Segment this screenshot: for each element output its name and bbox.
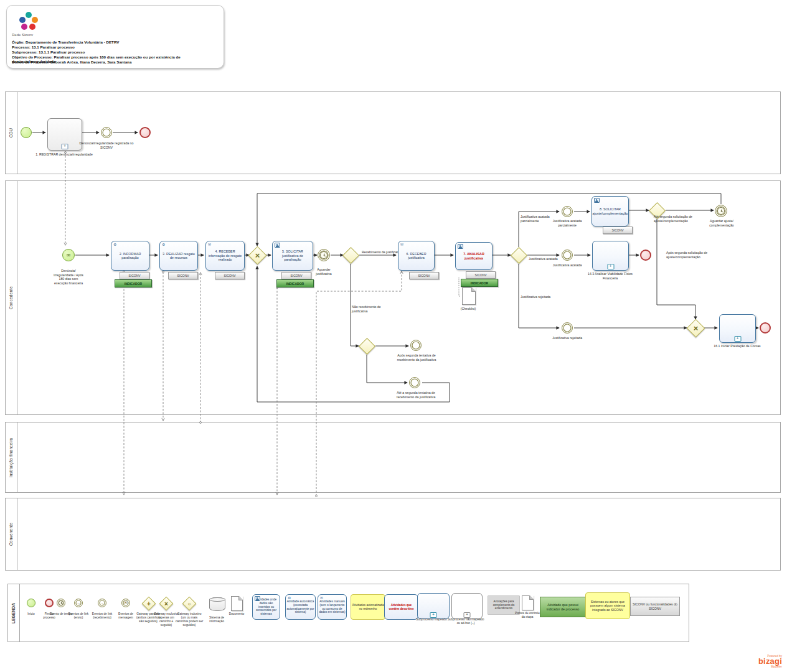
link-event-ate-tentativa[interactable] xyxy=(409,377,420,388)
legend-label: Eventos de link (recebimento) xyxy=(88,612,116,620)
gear-icon: ⚙ xyxy=(162,243,165,246)
legend-link-receive-icon: → xyxy=(98,599,106,607)
link-event-denuncia-registrada[interactable] xyxy=(101,127,112,138)
task-1-registrar-denuncia[interactable]: + xyxy=(47,118,82,151)
link-event-ate-tentativa-label: Até a segunda tentativa de recebimento d… xyxy=(388,391,444,399)
link-event-apos-tentativa-label: Após segunda tentativa de recebimento da… xyxy=(390,353,443,362)
subprocess-iniciar-prestacao[interactable]: + xyxy=(719,314,756,343)
gear-icon: ⚙ xyxy=(113,243,116,246)
pool-instituicao-financeira: Instituição financeira xyxy=(5,422,781,493)
siconv-tag: SICONV xyxy=(409,272,439,279)
header-subprocesso: Subprocesso: 13.1.1 Paralisar processo xyxy=(12,50,85,54)
x-marker-icon: × xyxy=(690,322,702,334)
legend-label: Eventos de mensagem xyxy=(113,612,138,620)
indicador-tag: INDICADOR xyxy=(115,279,152,287)
legend-user-task-box: Atividades onde dados são inseridos ou c… xyxy=(252,594,280,620)
siconv-tag: SICONV xyxy=(603,226,633,234)
envelope-icon: ✉ xyxy=(208,243,211,246)
task-8-solicitar-ajuste[interactable]: 8. SOLICITAR ajuste/complementação xyxy=(591,196,629,226)
task-4-receber-informacao-resgate[interactable]: ✉ 4. RECEBER informação de resgate reali… xyxy=(205,241,245,271)
link-event-acatada[interactable] xyxy=(562,250,573,261)
pool-label-instituicao: Instituição financeira xyxy=(6,422,17,492)
subprocess-plus-icon: + xyxy=(62,144,68,149)
legend-subprocess-unmapped-box: + xyxy=(451,593,483,619)
legend-siconv-box: SICONV ou funcionalidades do SICONV xyxy=(630,597,680,616)
brand-label: Rede Siconv xyxy=(12,33,33,37)
siconv-tag: SICONV xyxy=(466,271,496,279)
legend-label: Subprocesso mapeado xyxy=(412,618,451,622)
subprocess-plus-icon: + xyxy=(734,336,741,342)
link-event-apos-tentativa[interactable] xyxy=(410,340,422,351)
checklist-document-icon xyxy=(462,287,476,305)
end-event-viabilidade[interactable] xyxy=(640,250,651,261)
user-icon xyxy=(255,596,260,601)
legend-automated-redesign-box: Atividades automatizada no redesenho xyxy=(351,594,385,620)
timer-event-aguardar-justificativa[interactable] xyxy=(318,249,330,261)
end-event-final[interactable] xyxy=(760,322,771,334)
nao-recebimento-label: Não recebimento de justificativa xyxy=(352,305,387,313)
branch-label-parcial: Justificativa acatada parcialmente xyxy=(521,215,554,223)
legend-link-send-icon: → xyxy=(74,599,83,607)
task-5-solicitar-justificativa[interactable]: 5. SOLICITAR justificativa de paralisaçã… xyxy=(272,241,313,271)
task-1-label: 1. REGISTRAR denúncia/irregularidade xyxy=(35,152,93,157)
branch-label-rejeitada: Justificativa rejeitada xyxy=(521,295,552,299)
header-donos: Donos do Processo: Déborah Arôxa, Iliana… xyxy=(12,60,131,64)
pool-cgu: CGU xyxy=(5,91,781,174)
legend-label: Subprocesso não mapeado ou ad-hoc (~) xyxy=(446,618,486,625)
bizagi-brand-label: bizagi xyxy=(758,658,782,665)
indicador-tag: INDICADOR xyxy=(461,279,498,287)
x-marker-icon: × xyxy=(252,250,263,261)
timer-event-aguardar-ajuste[interactable] xyxy=(715,205,727,217)
task-3-realizar-resgate[interactable]: ⚙ 3. REALIZAR resgate de recursos xyxy=(159,241,198,271)
pool-label-convenente: Convenente xyxy=(6,498,17,570)
legend-timer-icon xyxy=(57,599,65,607)
envelope-icon: ✉ xyxy=(63,250,74,261)
rede-siconv-logo-icon xyxy=(19,12,38,30)
legend-database-icon xyxy=(209,597,225,611)
user-icon xyxy=(458,244,463,249)
pool-convenente: Convenente xyxy=(5,498,781,571)
link-event-rejeitada-label: Justificativa rejeitada xyxy=(551,336,583,340)
end-event-cgu[interactable] xyxy=(139,127,151,138)
legend-label: Pontos de controle da etapa xyxy=(514,612,540,619)
legend-manual-task-box: ✉ Atividades manuais (sem o lançamento o… xyxy=(318,594,347,620)
task-7-analisar-justificativa[interactable]: 7. ANALISAR justificativa xyxy=(455,242,492,270)
start-event-cgu[interactable] xyxy=(21,127,32,138)
start-event-label: Denúncia/ Irregularidade / Após 180 dias… xyxy=(52,269,85,285)
siconv-tag: SICONV xyxy=(281,272,311,279)
legend-subprocess-mapped-box: + xyxy=(417,593,450,619)
legend-label: Sistema de informação xyxy=(205,616,229,623)
legend-label: Gateway inclusivo (um ou mais caminhos p… xyxy=(175,612,204,627)
legend-indicator-box: Atividade que possui indicador de proces… xyxy=(540,597,586,617)
subprocess-plus-icon: + xyxy=(607,264,614,269)
legend-control-point-icon xyxy=(522,595,534,610)
pool-label-legenda: LEGENDA xyxy=(8,584,20,642)
powered-by-label: Powered by xyxy=(758,655,782,658)
link-event-acatada-label: Justificativa acatada xyxy=(551,263,583,268)
link-event-rejeitada[interactable] xyxy=(562,322,573,334)
task-6-receber-justificativa[interactable]: ✉ 6. RECEBER justificativa xyxy=(398,241,435,271)
header-orgao: Órgão: Departamento de Transferência Vol… xyxy=(12,40,119,44)
link-event-acatada-parcialmente[interactable] xyxy=(562,206,573,217)
link-event-label: Denúncia/irregularidade registrada no SI… xyxy=(79,141,134,149)
branch-label-acatada: Justificativa acatada xyxy=(529,257,560,261)
timer-label: Aguardar justificativa xyxy=(309,268,339,276)
subprocess-analisar-viabilidade[interactable]: + xyxy=(592,241,629,271)
legend-end-icon xyxy=(45,599,54,607)
envelope-icon: ✉ xyxy=(320,596,323,600)
user-icon xyxy=(275,243,280,248)
indicador-tag: INDICADOR xyxy=(276,279,314,287)
bizagi-logo: Powered by bizagi Modeler xyxy=(758,655,782,668)
siconv-tag: SICONV xyxy=(215,272,245,279)
gear-icon: ⚙ xyxy=(288,596,291,600)
subprocess-viabilidade-label: 14.3 Analisar Viabilidade Físico Finance… xyxy=(582,272,639,280)
user-icon xyxy=(594,198,600,203)
task-2-informar-paralisacao[interactable]: ⚙ 2. INFORMAR paralisação xyxy=(111,241,149,271)
subprocess-prestacao-label: 16.1 Iniciar Prestação de Contas xyxy=(713,344,761,348)
legend-label: Documento xyxy=(225,612,248,616)
message-start-event-concedente[interactable]: ✉ xyxy=(62,249,75,261)
envelope-icon: ✉ xyxy=(400,243,403,246)
pool-label-concedente: Concedente xyxy=(6,181,17,414)
legend-document-icon xyxy=(231,596,243,611)
siconv-tag: SICONV xyxy=(120,272,149,279)
